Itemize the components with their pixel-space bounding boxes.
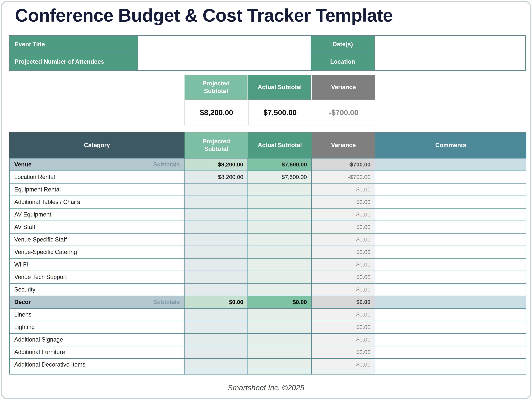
cell-category[interactable]: AV Equipment (10, 208, 184, 220)
cell-projected[interactable] (184, 258, 247, 271)
cell-category[interactable]: Venue-Specific Staff (10, 233, 184, 245)
cell-category[interactable]: Venue Subtotals (10, 159, 184, 171)
cell-comments[interactable] (375, 221, 526, 233)
cell-actual[interactable]: $0.00 (248, 296, 311, 308)
cell-category[interactable]: Décor Subtotals (10, 296, 184, 308)
cell-projected[interactable] (184, 334, 247, 346)
cell-comments[interactable] (375, 208, 526, 220)
cell-actual[interactable] (248, 346, 311, 358)
cell-projected[interactable] (184, 246, 247, 258)
cell-comments[interactable] (375, 346, 526, 358)
cell-variance[interactable]: $0.00 (312, 321, 375, 333)
cell-variance[interactable]: -$700.00 (312, 171, 375, 183)
cell-variance[interactable]: $0.00 (312, 334, 375, 346)
cell-comments[interactable] (375, 258, 526, 271)
cell-comments[interactable] (375, 371, 526, 374)
cell-projected[interactable]: $0.00 (184, 296, 247, 308)
cell-comments[interactable] (375, 359, 526, 371)
cell-variance[interactable]: $0.00 (312, 309, 375, 321)
category-label: Lighting (14, 324, 35, 330)
cell-variance[interactable]: $0.00 (312, 258, 375, 271)
cell-projected[interactable] (184, 196, 247, 208)
cell-category[interactable]: AV Staff (10, 221, 184, 233)
cell-variance[interactable]: $0.00 (312, 221, 375, 233)
cell-actual[interactable] (248, 184, 311, 195)
cell-actual[interactable] (248, 208, 311, 220)
cell-actual[interactable]: $7,500.00 (248, 159, 311, 171)
cell-projected[interactable] (184, 284, 247, 296)
cell-category[interactable]: Additional Furniture (10, 346, 184, 358)
cell-comments[interactable] (375, 196, 526, 208)
cell-actual[interactable] (248, 371, 311, 374)
cell-variance[interactable]: $0.00 (312, 296, 375, 308)
cell-projected[interactable] (184, 321, 247, 333)
cell-projected[interactable] (184, 371, 247, 374)
cell-actual[interactable] (248, 321, 311, 333)
cell-category[interactable]: Additional Decorative Items (10, 359, 184, 371)
cell-category[interactable]: Linens (10, 309, 184, 321)
cell-actual[interactable] (248, 334, 311, 346)
cell-projected[interactable]: $8,200.00 (184, 171, 247, 183)
cell-category[interactable]: Wi-Fi (10, 258, 184, 271)
cell-variance[interactable]: $0.00 (312, 246, 375, 258)
cell-actual[interactable] (248, 309, 311, 321)
cell-actual[interactable]: $7,500.00 (248, 171, 311, 183)
form-input-dates[interactable] (375, 36, 525, 53)
cell-category[interactable]: Security (10, 284, 184, 296)
cell-comments[interactable] (375, 271, 526, 283)
cell-comments[interactable] (375, 159, 526, 171)
summary-value-projected[interactable]: $8,200.00 (185, 100, 248, 125)
cell-category[interactable]: Location Rental (10, 171, 184, 183)
cell-actual[interactable] (248, 284, 311, 296)
cell-variance[interactable]: -$700.00 (312, 159, 375, 171)
cell-category[interactable]: Additional Tables / Chairs (10, 196, 184, 208)
cell-category[interactable]: Venue Tech Support (10, 271, 184, 283)
cell-comments[interactable] (375, 296, 526, 308)
cell-category[interactable]: Additional Signage (10, 334, 184, 346)
cell-actual[interactable] (248, 221, 311, 233)
cell-projected[interactable]: $8,200.00 (184, 159, 247, 171)
cell-comments[interactable] (375, 309, 526, 321)
summary-value-variance[interactable]: -$700.00 (312, 100, 375, 125)
cell-comments[interactable] (375, 321, 526, 333)
summary-value-actual[interactable]: $7,500.00 (248, 100, 312, 125)
cell-actual[interactable] (248, 233, 311, 245)
cell-variance[interactable]: $0.00 (312, 271, 375, 283)
cell-comments[interactable] (375, 284, 526, 296)
cell-projected[interactable] (184, 208, 247, 220)
cell-actual[interactable] (248, 271, 311, 283)
cell-variance[interactable]: $0.00 (312, 359, 375, 371)
cell-variance[interactable]: $0.00 (312, 346, 375, 358)
cell-projected[interactable] (184, 346, 247, 358)
cell-projected[interactable] (184, 359, 247, 371)
cell-category[interactable] (10, 371, 184, 374)
form-input-event-title[interactable] (138, 36, 311, 53)
cell-comments[interactable] (375, 233, 526, 245)
cell-comments[interactable] (375, 334, 526, 346)
cell-category[interactable]: Venue-Specific Catering (10, 246, 184, 258)
form-input-attendees[interactable] (138, 53, 311, 70)
form-input-location[interactable] (375, 53, 525, 70)
cell-actual[interactable] (248, 258, 311, 271)
cell-category[interactable]: Lighting (10, 321, 184, 333)
cell-category[interactable]: Equipment Rental (10, 184, 184, 195)
cell-comments[interactable] (375, 171, 526, 183)
cell-projected[interactable] (184, 233, 247, 245)
cell-variance[interactable]: $0.00 (312, 233, 375, 245)
cell-actual[interactable] (248, 196, 311, 208)
header-comments: Comments (375, 132, 526, 158)
cell-comments[interactable] (375, 184, 526, 195)
cell-comments[interactable] (375, 246, 526, 258)
cell-projected[interactable] (184, 184, 247, 195)
cell-projected[interactable] (184, 221, 247, 233)
cell-actual[interactable] (248, 246, 311, 258)
cell-variance[interactable]: $0.00 (312, 196, 375, 208)
page-title: Conference Budget & Cost Tracker Templat… (15, 5, 393, 26)
cell-variance[interactable]: $0.00 (312, 184, 375, 195)
cell-projected[interactable] (184, 309, 247, 321)
cell-actual[interactable] (248, 359, 311, 371)
cell-variance[interactable] (312, 371, 375, 374)
cell-projected[interactable] (184, 271, 247, 283)
cell-variance[interactable]: $0.00 (312, 284, 375, 296)
cell-variance[interactable]: $0.00 (312, 208, 375, 220)
